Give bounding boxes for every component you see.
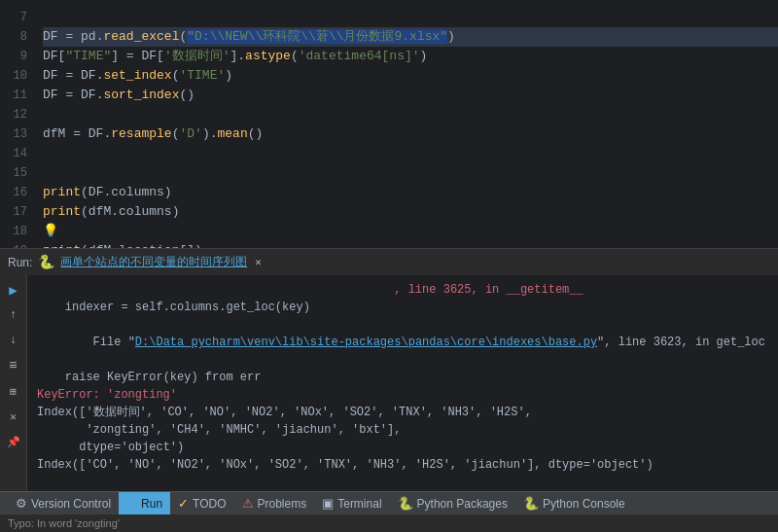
code-line	[43, 8, 778, 27]
run-close-button[interactable]: ✕	[255, 256, 262, 268]
output-line	[37, 474, 768, 491]
run-title[interactable]: 画单个站点的不同变量的时间序列图	[60, 254, 247, 270]
code-line: print(dfM.location[])	[43, 241, 778, 248]
terminal-label: Terminal	[337, 497, 381, 511]
pin-button[interactable]: 📌	[3, 431, 24, 452]
code-line: DF["TIME"] = DF['数据时间'].astype('datetime…	[43, 47, 778, 66]
run-tab[interactable]: ▶ Run	[119, 492, 170, 514]
code-line: DF = pd.read_excel("D:\\NEW\\环科院\\莙\\月份数…	[43, 27, 778, 47]
layout-button[interactable]: ⊞	[3, 380, 24, 402]
scroll-down-button[interactable]: ↓	[3, 330, 24, 351]
status-bar: ⚙ Version Control ▶ Run ✓ TODO ⚠ Problem…	[0, 491, 778, 514]
code-line	[43, 105, 778, 124]
todo-icon: ✓	[178, 496, 189, 511]
output-line: Index(['CO', 'NO', 'NO2', 'NOx', 'SO2', …	[37, 456, 768, 474]
version-control-tab[interactable]: ⚙ Version Control	[8, 492, 119, 514]
output-error-line: KeyError: 'zongting'	[37, 386, 768, 404]
run-sidebar: ▶ ↑ ↓ ≡ ⊞ ✕ 📌	[0, 275, 27, 491]
terminal-icon: ▣	[322, 496, 334, 511]
editor-area: 7 8 9 10 11 12 13 14 15 16 17 18 19 DF =…	[0, 0, 778, 248]
python-console-tab[interactable]: 🐍 Python Console	[515, 492, 633, 514]
problems-label: Problems	[258, 497, 307, 511]
run-python-icon: 🐍	[38, 254, 54, 270]
code-line: DF = DF.set_index('TIME')	[43, 66, 778, 86]
run-icon: ▶	[126, 496, 137, 512]
output-line: raise KeyError(key) from err	[37, 369, 768, 386]
todo-tab[interactable]: ✓ TODO	[170, 492, 233, 514]
clear-button[interactable]: ✕	[3, 406, 24, 427]
run-output[interactable]: , line 3625, in __getitem__ indexer = se…	[27, 275, 778, 491]
output-text: ", line 3623, in get_loc	[597, 336, 765, 349]
run-panel: ▶ ↑ ↓ ≡ ⊞ ✕ 📌 , line 3625, in __getitem_…	[0, 275, 778, 491]
output-line: File "D:\Data_pycharm\venv\lib\site-pack…	[37, 316, 768, 369]
code-line	[43, 163, 778, 183]
todo-label: TODO	[193, 497, 226, 511]
output-text: File "	[79, 336, 135, 349]
output-line: , line 3625, in __getitem__	[37, 281, 768, 299]
code-line: print(DF.columns)	[43, 183, 778, 202]
settings-button[interactable]: ≡	[3, 355, 24, 376]
version-control-label: Version Control	[31, 497, 111, 511]
code-line	[43, 144, 778, 163]
code-content[interactable]: DF = pd.read_excel("D:\\NEW\\环科院\\莙\\月份数…	[35, 0, 778, 248]
python-console-label: Python Console	[543, 497, 625, 511]
output-line: 'zongting', 'CH4', 'NMHC', 'jiachun', 'b…	[37, 421, 768, 439]
output-line: Index(['数据时间', 'CO', 'NO', 'NO2', 'NOx',…	[37, 404, 768, 421]
code-line: 💡	[43, 222, 778, 241]
typo-text: Typo: In word 'zongting'	[8, 517, 120, 529]
output-line: indexer = self.columns.get_loc(key)	[37, 299, 768, 316]
python-packages-icon: 🐍	[398, 496, 413, 511]
python-console-icon: 🐍	[523, 496, 539, 511]
code-line: DF = DF.sort_index()	[43, 86, 778, 105]
output-line: dtype='object')	[37, 439, 768, 456]
python-packages-label: Python Packages	[417, 497, 508, 511]
problems-icon: ⚠	[242, 496, 254, 511]
output-file-link[interactable]: D:\Data_pycharm\venv\lib\site-packages\p…	[135, 336, 597, 349]
line-numbers: 7 8 9 10 11 12 13 14 15 16 17 18 19	[0, 0, 35, 248]
typo-bar: Typo: In word 'zongting'	[0, 514, 778, 532]
run-toolbar: Run: 🐍 画单个站点的不同变量的时间序列图 ✕	[0, 248, 778, 275]
scroll-up-button[interactable]: ↑	[3, 304, 24, 326]
code-line: dfM = DF.resample('D').mean()	[43, 124, 778, 144]
code-line: print(dfM.columns)	[43, 202, 778, 222]
version-control-icon: ⚙	[16, 496, 27, 511]
run-button[interactable]: ▶	[3, 279, 24, 301]
terminal-tab[interactable]: ▣ Terminal	[314, 492, 389, 514]
python-packages-tab[interactable]: 🐍 Python Packages	[390, 492, 515, 514]
problems-tab[interactable]: ⚠ Problems	[234, 492, 315, 514]
run-label: Run:	[8, 256, 32, 269]
run-tab-label: Run	[141, 497, 162, 511]
